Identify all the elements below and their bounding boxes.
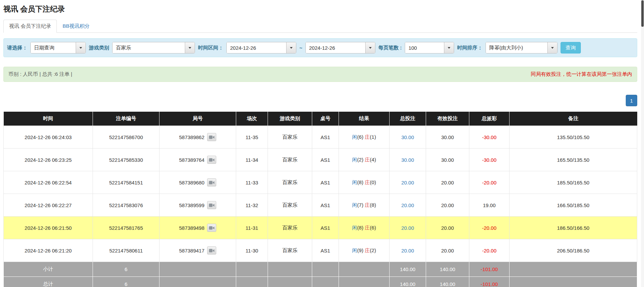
total-bet-link[interactable]: 20.00 — [401, 180, 414, 185]
cell-game-type: 百家乐 — [268, 217, 312, 239]
column-header: 注单编号 — [93, 112, 159, 126]
game-type-input[interactable] — [113, 42, 185, 53]
tab-bb-video-points[interactable]: BB视讯积分 — [57, 20, 95, 33]
sort-order-select[interactable] — [486, 42, 558, 53]
date-to-input[interactable] — [306, 42, 365, 53]
video-camera-icon — [209, 226, 215, 230]
result-player-score: (8) — [357, 179, 363, 185]
cell-time: 2024-12-26 06:24:03 — [4, 126, 93, 149]
cell-total-bet: 30.00 — [390, 149, 426, 171]
scrollbar-track[interactable] — [641, 0, 644, 287]
sort-order-input[interactable] — [486, 42, 547, 53]
column-header: 时间 — [4, 112, 93, 126]
page-size-input[interactable] — [405, 42, 444, 53]
query-type-input[interactable] — [31, 42, 76, 53]
cell-time: 2024-12-26 06:22:54 — [4, 171, 93, 194]
cell-round: 587389680 — [159, 171, 236, 194]
cell-bet-id: 522147583076 — [93, 194, 159, 217]
cell-round: 587389599 — [159, 194, 236, 217]
cell-session: 11-34 — [236, 149, 268, 171]
cell-game-type: 百家乐 — [268, 239, 312, 262]
round-number: 587389498 — [179, 225, 204, 231]
cell-note: 165.50/135.50 — [510, 149, 637, 171]
total-bet-link[interactable]: 30.00 — [401, 157, 414, 163]
footer-empty-cell — [268, 262, 312, 277]
result-banker: 庄 — [365, 202, 370, 208]
cell-game-type: 百家乐 — [268, 126, 312, 149]
result-banker-score: (6) — [370, 225, 376, 230]
chevron-down-icon — [189, 47, 191, 49]
tab-betting-records[interactable]: 视讯 会员下注纪录 — [3, 20, 57, 33]
cell-valid-bet: 20.00 — [426, 217, 469, 239]
column-header: 有效投注 — [426, 112, 469, 126]
page-size-select[interactable] — [405, 42, 454, 53]
video-replay-button[interactable] — [207, 246, 216, 255]
video-replay-button[interactable] — [207, 178, 216, 186]
search-button[interactable]: 查询 — [561, 42, 581, 53]
table-row: 2024-12-26 06:21:20522147580611587389417… — [4, 239, 637, 262]
chevron-down-icon — [369, 47, 372, 49]
round-wrap: 587389764 — [179, 156, 216, 164]
time-range-label: 时间区间： — [198, 45, 223, 51]
cell-note: 166.50/185.50 — [510, 194, 637, 217]
chevron-down-icon — [448, 47, 450, 49]
page-1-button[interactable]: 1 — [626, 95, 637, 106]
video-replay-button[interactable] — [207, 156, 216, 164]
query-type-select[interactable] — [30, 42, 86, 53]
cell-bet-id: 522147584151 — [93, 171, 159, 194]
cell-valid-bet: 20.00 — [426, 194, 469, 217]
video-replay-button[interactable] — [207, 201, 216, 209]
date-to-dropdown-button[interactable] — [365, 42, 375, 53]
result-player: 闲 — [352, 225, 357, 230]
date-from-picker[interactable] — [226, 42, 296, 53]
summary-currency-info: 币别 : 人民币 | 总共 :6 注单 | — [8, 71, 72, 78]
video-replay-button[interactable] — [207, 224, 216, 232]
date-to-picker[interactable] — [305, 42, 375, 53]
total-bet-link[interactable]: 30.00 — [401, 134, 414, 140]
page-title: 视讯 会员下注纪录 — [3, 4, 637, 14]
result-player-score: (6) — [357, 134, 363, 140]
footer-payout: -101.00 — [469, 277, 510, 287]
result-banker: 庄 — [365, 247, 370, 253]
cell-payout: -30.00 — [469, 126, 510, 149]
cell-bet-id: 522147585330 — [93, 149, 159, 171]
column-header: 备注 — [510, 112, 637, 126]
total-bet-link[interactable]: 20.00 — [401, 225, 414, 231]
cell-result: 闲(2) 庄(4) — [339, 149, 390, 171]
scrollbar-thumb[interactable] — [641, 0, 644, 27]
cell-valid-bet: 20.00 — [426, 171, 469, 194]
sort-order-dropdown-button[interactable] — [547, 42, 557, 53]
cell-result: 闲(8) 庄(0) — [339, 171, 390, 194]
cell-note: 135.50/105.50 — [510, 126, 637, 149]
video-camera-icon — [209, 180, 215, 185]
result-banker: 庄 — [365, 225, 370, 230]
cell-round: 587389498 — [159, 217, 236, 239]
date-from-dropdown-button[interactable] — [286, 42, 296, 53]
table-header-row: 时间注单编号局号场次游戏类别桌号结果总投注有效投注总派彩备注 — [4, 112, 637, 126]
query-type-dropdown-button[interactable] — [76, 42, 85, 53]
cell-game-type: 百家乐 — [268, 171, 312, 194]
cell-time: 2024-12-26 06:22:27 — [4, 194, 93, 217]
game-type-dropdown-button[interactable] — [185, 42, 195, 53]
table-row: 2024-12-26 06:22:27522147583076587389599… — [4, 194, 637, 217]
cell-time: 2024-12-26 06:21:20 — [4, 239, 93, 262]
total-bet-link[interactable]: 20.00 — [401, 248, 414, 253]
sort-label: 时间排序： — [457, 45, 482, 51]
cell-bet-id: 522147581765 — [93, 217, 159, 239]
table-row: 2024-12-26 06:22:54522147584151587389680… — [4, 171, 637, 194]
game-type-select[interactable] — [112, 42, 195, 53]
bet-records-table: 时间注单编号局号场次游戏类别桌号结果总投注有效投注总派彩备注 2024-12-2… — [3, 112, 637, 287]
round-wrap: 587389680 — [179, 178, 216, 186]
cell-bet-id: 522147580611 — [93, 239, 159, 262]
video-replay-button[interactable] — [207, 133, 216, 141]
total-bet-link[interactable]: 20.00 — [401, 202, 414, 208]
round-wrap: 587389498 — [179, 224, 216, 232]
result-player-score: (2) — [357, 157, 363, 162]
cell-game-type: 百家乐 — [268, 194, 312, 217]
cell-result: 闲(7) 庄(8) — [339, 194, 390, 217]
footer-count: 6 — [93, 262, 159, 277]
game-type-label: 游戏类别 — [89, 45, 109, 51]
page-size-dropdown-button[interactable] — [444, 42, 454, 53]
date-from-input[interactable] — [227, 42, 286, 53]
cell-session: 11-32 — [236, 194, 268, 217]
